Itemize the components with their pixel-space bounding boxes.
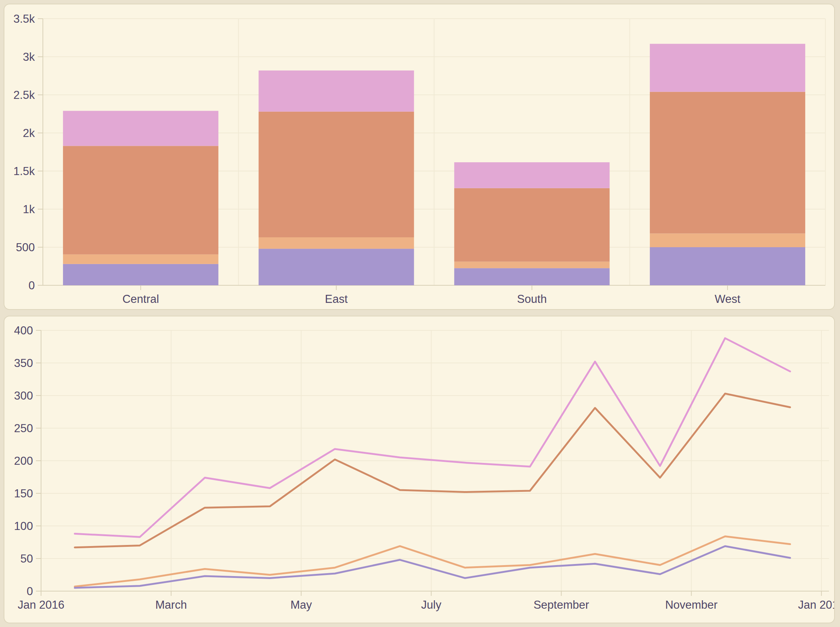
charts-dashboard: { "theme": { "page_background": "#eae2ce… — [0, 0, 840, 627]
bar-segment-east-salmon[interactable] — [259, 112, 414, 237]
x-axis-month-label: September — [534, 599, 589, 611]
bar-segment-west-pink[interactable] — [650, 44, 805, 92]
y-axis-tick-label: 2k — [23, 127, 35, 140]
y-axis-tick-label: 250 — [14, 422, 33, 435]
x-axis-month-label: March — [155, 599, 187, 611]
x-axis-category-label: West — [715, 293, 740, 306]
line-series-purple[interactable] — [75, 546, 790, 588]
y-axis-tick-label: 100 — [14, 520, 33, 532]
bar-segment-south-purple[interactable] — [454, 268, 609, 285]
line-chart-card: Jan 2016MarchMayJulySeptemberNovemberJan… — [4, 316, 835, 623]
y-axis-tick-label: 0 — [27, 585, 33, 598]
bar-east — [259, 70, 414, 285]
stacked-bar-chart-card: 05001k1.5k2k2.5k3k3.5kCentralEastSouthWe… — [4, 4, 835, 310]
bar-segment-west-salmon[interactable] — [650, 92, 805, 234]
y-axis-tick-label: 1.5k — [13, 165, 35, 178]
x-axis-month-label: July — [421, 599, 442, 611]
x-axis-category-label: South — [517, 293, 547, 306]
x-axis-month-label: May — [290, 599, 312, 611]
bar-segment-west-purple[interactable] — [650, 247, 805, 285]
y-axis-tick-label: 3.5k — [13, 13, 35, 25]
bar-segment-south-light-orange[interactable] — [454, 262, 609, 268]
bar-segment-east-light-orange[interactable] — [259, 237, 414, 249]
bar-segment-west-light-orange[interactable] — [650, 234, 805, 247]
bar-segment-south-salmon[interactable] — [454, 188, 609, 262]
bar-segment-central-pink[interactable] — [63, 111, 218, 146]
y-axis-tick-label: 1k — [23, 203, 35, 216]
stacked-bar-chart[interactable]: 05001k1.5k2k2.5k3k3.5kCentralEastSouthWe… — [5, 5, 834, 309]
y-axis-tick-label: 3k — [23, 50, 35, 63]
y-axis-tick-label: 0 — [28, 279, 35, 292]
bar-south — [454, 162, 609, 285]
bar-segment-central-light-orange[interactable] — [63, 255, 218, 264]
x-axis-month-label: Jan 2017 — [798, 599, 834, 611]
y-axis-tick-label: 500 — [16, 241, 35, 254]
y-axis-tick-label: 50 — [21, 552, 33, 565]
x-axis-month-label: November — [665, 599, 718, 611]
y-axis-tick-label: 2.5k — [13, 89, 35, 101]
x-axis-category-label: East — [325, 293, 348, 306]
bar-segment-central-purple[interactable] — [63, 264, 218, 285]
bar-segment-east-purple[interactable] — [259, 249, 414, 285]
bar-west — [650, 44, 805, 285]
bar-central — [63, 111, 218, 285]
bar-segment-central-salmon[interactable] — [63, 146, 218, 254]
bar-segment-south-pink[interactable] — [454, 162, 609, 188]
y-axis-tick-label: 350 — [14, 357, 33, 370]
bar-segment-east-pink[interactable] — [259, 70, 414, 111]
y-axis-tick-label: 200 — [14, 455, 33, 467]
y-axis-tick-label: 400 — [14, 324, 33, 337]
line-chart[interactable]: Jan 2016MarchMayJulySeptemberNovemberJan… — [5, 317, 834, 622]
line-series-salmon[interactable] — [75, 394, 790, 548]
y-axis-tick-label: 300 — [14, 389, 33, 402]
x-axis-month-label: Jan 2016 — [17, 599, 65, 611]
x-axis-category-label: Central — [122, 293, 159, 306]
line-series-pink[interactable] — [75, 338, 790, 537]
y-axis-tick-label: 150 — [14, 487, 33, 500]
